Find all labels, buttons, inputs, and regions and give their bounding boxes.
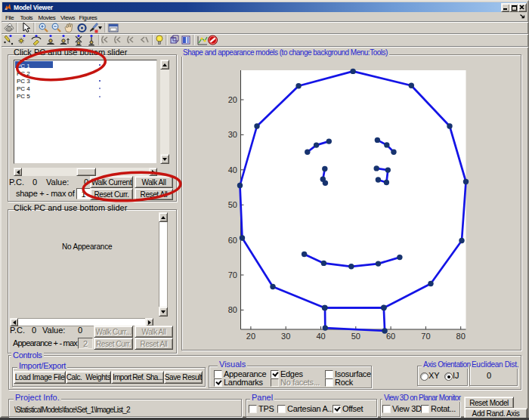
svg-text:80: 80 <box>228 305 237 314</box>
svg-text:30: 30 <box>281 332 290 341</box>
svg-text:40: 40 <box>228 165 237 174</box>
svg-text:20: 20 <box>228 95 237 104</box>
svg-text:50: 50 <box>228 200 237 209</box>
svg-text:50: 50 <box>351 332 360 341</box>
svg-text:80: 80 <box>456 332 466 341</box>
svg-text:20: 20 <box>246 332 255 341</box>
svg-text:30: 30 <box>228 130 237 139</box>
svg-text:70: 70 <box>421 332 430 341</box>
svg-text:70: 70 <box>228 270 237 279</box>
svg-text:60: 60 <box>228 236 237 245</box>
svg-text:60: 60 <box>386 332 395 341</box>
svg-text:40: 40 <box>316 332 325 341</box>
